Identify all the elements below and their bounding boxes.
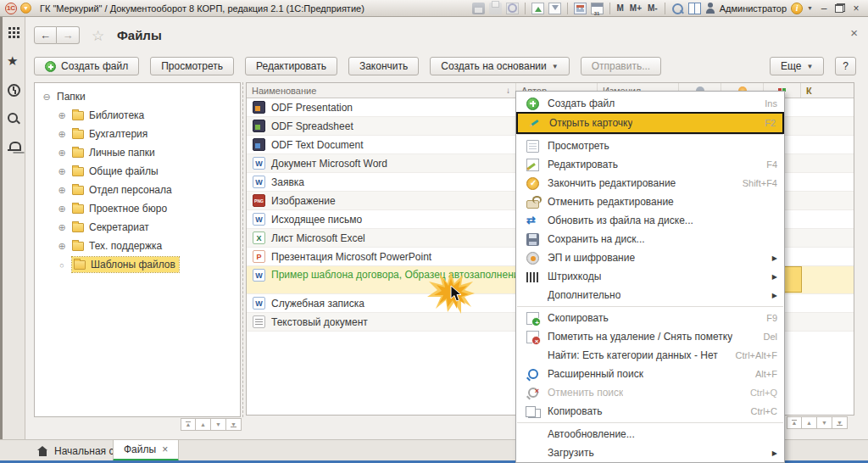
tab-files-active[interactable]: Файлы × <box>113 440 179 461</box>
calculator-icon[interactable] <box>574 3 587 14</box>
create-based-on-button[interactable]: Создать на основании▼ <box>430 57 569 75</box>
column-header-k[interactable]: К <box>801 83 854 98</box>
back-button[interactable]: ← <box>34 26 57 44</box>
load-from-file-icon[interactable] <box>531 3 544 14</box>
search-magnifier-icon[interactable] <box>7 112 20 126</box>
info-caret-icon[interactable]: ▼ <box>807 5 813 11</box>
finish-button[interactable]: Закончить <box>348 57 419 75</box>
memory-m-button[interactable]: M <box>616 3 625 13</box>
collapse-icon[interactable] <box>42 92 52 103</box>
go-previous-button[interactable]: ▲ <box>802 416 817 429</box>
split-window-icon[interactable] <box>688 3 701 14</box>
expand-icon[interactable] <box>57 222 67 233</box>
menu-item-copy[interactable]: КопироватьCtrl+C <box>516 402 784 421</box>
edit-button[interactable]: Редактировать <box>245 57 337 75</box>
menu-item-load[interactable]: Загрузить▶ <box>516 443 784 462</box>
tree-item-proektnoe-byuro[interactable]: Проектное бюро <box>35 199 240 218</box>
tree-item-obshchie-faily[interactable]: Общие файлы <box>35 162 240 181</box>
history-clock-icon[interactable] <box>7 83 20 97</box>
main-menu-icon[interactable] <box>7 25 20 39</box>
cancel-search-icon: × <box>526 387 539 399</box>
menu-item-finish-editing[interactable]: Закончить редактированиеShift+F4 <box>516 174 784 192</box>
forward-button[interactable]: → <box>57 26 80 44</box>
expand-icon[interactable] <box>57 185 67 196</box>
go-first-button[interactable]: ▲ <box>787 416 802 429</box>
menu-item-additional[interactable]: Дополнительно▶ <box>516 286 784 304</box>
expand-icon[interactable] <box>57 110 67 121</box>
menu-item-save-to-disk[interactable]: Сохранить на диск... <box>516 230 784 248</box>
create-file-button[interactable]: Создать файл <box>34 57 139 75</box>
expand-icon[interactable] <box>57 241 67 252</box>
print-preview-icon[interactable] <box>506 3 519 14</box>
favorite-star-icon[interactable]: ☆ <box>92 27 104 45</box>
menu-item-edit[interactable]: РедактироватьF4 <box>516 155 784 174</box>
more-button[interactable]: Еще▼ <box>770 57 824 75</box>
menu-item-find-categories[interactable]: Найти: Есть категории данных - НетCtrl+A… <box>516 346 784 365</box>
tab-close-icon[interactable]: × <box>162 443 168 455</box>
minimize-button[interactable]: – <box>817 3 831 14</box>
tree-item-buhgalteria[interactable]: Бухгалтерия <box>35 125 240 143</box>
advanced-search-icon <box>526 368 539 381</box>
menu-item-advanced-search[interactable]: Расширенный поискAlt+F <box>516 365 784 383</box>
folders-panel: Папки Библиотека Бухгалтерия Личные папк… <box>34 82 241 417</box>
menu-item-copy-create[interactable]: СкопироватьF9 <box>516 309 784 327</box>
expand-icon[interactable] <box>57 166 67 177</box>
save-icon[interactable] <box>472 3 485 14</box>
tree-item-biblioteka[interactable]: Библиотека <box>35 106 240 125</box>
go-next-button[interactable]: ▼ <box>211 418 226 431</box>
folder-icon <box>72 186 84 195</box>
column-header-name[interactable]: Наименование↓ <box>247 83 516 98</box>
go-last-button[interactable]: ▼ <box>832 416 848 429</box>
menu-item-cancel-editing[interactable]: Отменить редактирование <box>516 192 784 211</box>
odf-text-file-icon <box>253 138 265 151</box>
tree-item-otdel-personala[interactable]: Отдел персонала <box>35 181 240 199</box>
menu-item-auto-refresh[interactable]: Автообновление... <box>516 425 784 443</box>
menu-item-mark-deletion[interactable]: Пометить на удаление / Снять пометкуDel <box>516 327 784 346</box>
view-button[interactable]: Просмотреть <box>150 57 234 75</box>
expand-icon[interactable] <box>57 148 67 159</box>
go-next-button[interactable]: ▼ <box>817 416 832 429</box>
menu-item-create-file[interactable]: Создать файлIns <box>516 94 784 113</box>
menu-item-signature-encryption[interactable]: ЭП и шифрование▶ <box>516 248 784 267</box>
restore-button[interactable] <box>835 3 845 13</box>
go-previous-button[interactable]: ▲ <box>196 418 211 431</box>
go-last-button[interactable]: ▼ <box>226 418 242 431</box>
info-icon[interactable]: i <box>791 3 803 14</box>
expand-icon[interactable] <box>57 204 67 215</box>
menu-item-refresh-from-disk[interactable]: Обновить из файла на диске... <box>516 211 784 230</box>
panel-splitter[interactable] <box>242 82 243 417</box>
toolbar: Создать файл Просмотреть Редактировать З… <box>34 56 856 76</box>
tree-item-lichnye-papki[interactable]: Личные папки <box>35 143 240 162</box>
memory-m-minus-button[interactable]: M- <box>647 3 659 13</box>
tree-item-sekretariat[interactable]: Секретариат <box>35 218 240 237</box>
menu-item-view[interactable]: Просмотреть <box>516 137 784 155</box>
folder-icon <box>72 223 84 232</box>
go-first-button[interactable]: ▲ <box>181 418 196 431</box>
favorites-star-icon[interactable] <box>7 54 20 68</box>
left-rail <box>0 17 25 460</box>
print-icon[interactable] <box>489 3 502 14</box>
menu-item-open-card[interactable]: Открыть карточкуF2 <box>518 114 782 132</box>
expand-icon[interactable] <box>57 129 67 140</box>
form-close-icon[interactable]: × <box>850 25 858 40</box>
send-button[interactable]: Отправить... <box>581 57 662 75</box>
copy-clipboard-icon <box>528 409 541 418</box>
menu-separator <box>517 134 783 135</box>
titlebar-quick-actions: M M+ M- Администратор i ▼ – × <box>472 3 864 14</box>
help-button[interactable]: ? <box>835 57 856 75</box>
chevron-down-icon: ▼ <box>552 63 559 70</box>
memory-m-plus-button[interactable]: M+ <box>629 3 643 13</box>
zoom-icon[interactable] <box>671 3 684 14</box>
close-button[interactable]: × <box>849 3 863 14</box>
chevron-down-icon: ▼ <box>806 63 813 70</box>
tree-item-teh-podderzhka[interactable]: Тех. поддержка <box>35 237 240 255</box>
mouse-cursor <box>450 285 462 302</box>
odf-presentation-file-icon <box>253 101 265 114</box>
notifications-bell-icon[interactable] <box>7 141 20 154</box>
tree-root-folders[interactable]: Папки <box>35 87 240 106</box>
save-file-icon[interactable] <box>548 3 561 14</box>
main-menu-caret-icon[interactable]: ▼ <box>20 3 31 14</box>
tree-item-shablony-failov[interactable]: Шаблоны файлов <box>35 255 240 274</box>
calendar-icon[interactable] <box>591 3 604 14</box>
menu-item-barcodes[interactable]: Штрихкоды▶ <box>516 267 784 286</box>
